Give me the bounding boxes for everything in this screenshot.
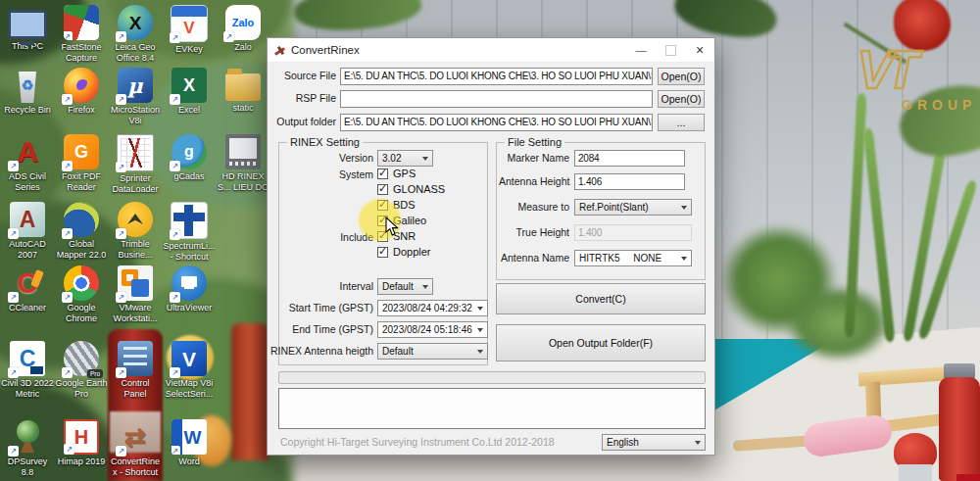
antenna-name-select[interactable]: HITRTK5 NONE [574,250,692,266]
global-mapper-icon: ↗ [64,202,99,237]
desktop-icon-gcadas[interactable]: g↗gCadas [163,134,216,182]
firefox-icon: ↗ [64,68,99,103]
desktop-icon-label: Sprinter DataLoader [109,173,162,195]
desktop-icon-leica[interactable]: X↗Leica Geo Office 8.4 [109,5,162,64]
desktop-icon-this-pc[interactable]: This PC [1,5,54,52]
shortcut-arrow-icon: ↗ [170,367,180,378]
desktop-icon-label: ConvertRinex - Shortcut [109,457,162,478]
desktop-icon-label: gCadas [163,171,216,182]
maximize-button[interactable] [656,38,685,62]
rinex-setting-title: RINEX Setting [287,136,363,148]
shortcut-arrow-icon: ↗ [116,292,126,303]
desktop-icon-label: VietMap V8i SelectSeri... [163,378,216,400]
maximize-icon [665,45,676,56]
gps-checkbox[interactable] [377,168,388,179]
desktop-icon-faststone[interactable]: ↗FastStone Capture [55,5,108,64]
desktop-icon-sprinter[interactable]: ↗Sprinter DataLoader [109,134,162,195]
desktop-icon-ccleaner[interactable]: C↗CCleaner [1,265,54,313]
dpsurvey-icon: ↗ [10,419,45,455]
control-panel-icon: ↗ [118,341,153,376]
desktop-icon-microstation[interactable]: µ↗MicroStation V8i (SELECT... [109,68,162,126]
computer-icon [8,10,47,39]
folder-icon [225,73,261,101]
version-select[interactable]: 3.02 [377,150,433,167]
desktop-icon-ultraviewer[interactable]: ↗UltraViewer [163,265,216,313]
desktop-icon-evkey[interactable]: V↗EVKey [163,5,216,55]
language-value: English [607,437,639,448]
end-time-select[interactable]: 2023/08/24 05:18:46 [377,321,488,338]
desktop-icon-convertrinex-sc[interactable]: ⇄↗ConvertRinex - Shortcut [109,419,162,478]
pro-badge: Pro [87,369,103,378]
desktop-icon-label: Leica Geo Office 8.4 [109,42,162,64]
rinex-antenna-height-label: RINEX Antenna heigth [270,343,373,359]
desktop-icon-globalmapper[interactable]: ↗Global Mapper 22.0 [55,202,108,261]
desktop-icon-civil3d[interactable]: C↗Civil 3D 2022 Metric [1,341,54,400]
desktop-icon-firefox[interactable]: ↗Firefox [55,68,108,116]
rinex-antenna-height-select[interactable]: Default [377,343,488,360]
desktop-icon-folder-static[interactable]: static [217,68,270,114]
desktop-icon-autocad[interactable]: A↗AutoCAD 2007 [1,202,54,261]
output-browse-button[interactable]: ... [658,114,705,131]
desktop-icon-googleearth[interactable]: Pro↗Google Earth Pro [55,341,108,400]
leica-geo-office-icon: X↗ [118,5,153,40]
minimize-button[interactable]: — [626,38,656,62]
close-button[interactable]: × [685,38,714,62]
rsp-file-input[interactable] [340,90,653,108]
desktop-icon-trimble[interactable]: ↗Trimble Busine... [109,202,162,261]
desktop-icon-word[interactable]: W↗Word [163,419,216,467]
output-folder-label: Output folder [271,114,336,129]
source-open-button[interactable]: Open(O) [658,68,705,85]
rsp-file-label: RSP File [271,90,336,106]
interval-select[interactable]: Default [377,278,433,295]
antenna-height-label: Antenna Height [499,173,569,189]
desktop-icon-ads-civil[interactable]: A↗ADS Civil Series [1,134,54,193]
desktop-icon-label: SpectrumLi... - Shortcut [163,241,216,263]
desktop-icon-controlpanel[interactable]: ↗Control Panel [109,341,162,400]
desktop-icon-label: UltraViewer [163,303,216,313]
shortcut-arrow-icon: ↗ [8,367,19,378]
doppler-checkbox[interactable] [377,247,388,258]
desktop-icon-dpsurvey[interactable]: ↗DPSurvey 8.8 [1,419,54,478]
desktop-icon-label: Google Chrome [55,303,108,324]
gcadas-icon: g↗ [172,134,207,169]
desktop-icon-label: HD RINEX S... LIEU DO TI... [217,171,270,193]
evkey-icon: V↗ [171,5,208,42]
shortcut-arrow-icon: ↗ [170,229,180,240]
dialog-title: ConvertRinex [291,44,360,56]
dialog-titlebar[interactable]: ConvertRinex — × [268,38,714,63]
shortcut-arrow-icon: ↗ [64,31,73,40]
measure-to-select[interactable]: Ref.Point(Slant) [574,199,692,216]
desktop-icon-foxit[interactable]: G↗Foxit PDF Reader [55,134,108,193]
rsp-open-button[interactable]: Open(O) [658,90,705,108]
shortcut-arrow-icon: ↗ [116,162,126,172]
himap-icon: H↗ [64,419,99,455]
convert-button[interactable]: Convert(C) [496,283,706,314]
desktop-icon-chrome[interactable]: ↗Google Chrome [55,265,108,324]
output-folder-input[interactable]: E:\5. DU AN THC\5. DO LUOI KHONG CHE\3. … [340,114,653,131]
desktop-icon-spectrumlink[interactable]: ↗SpectrumLi... - Shortcut [163,202,216,263]
google-earth-icon: Pro↗ [64,341,99,376]
shortcut-arrow-icon: ↗ [64,444,74,455]
language-select[interactable]: English [602,434,706,451]
open-output-folder-button[interactable]: Open Output Folder(F) [496,324,706,361]
interval-label: Interval [275,278,373,294]
desktop-icon-excel[interactable]: X↗Excel [163,68,216,116]
shortcut-arrow-icon: ↗ [62,367,73,378]
antenna-height-input[interactable]: 1.406 [574,173,685,190]
glonass-checkbox[interactable] [377,184,388,195]
desktop-icon-label: FastStone Capture [55,42,108,64]
desktop-icon-vmware[interactable]: ↗VMware Workstati... [109,265,162,324]
marker-name-input[interactable]: 2084 [574,150,685,167]
end-time-value: 2023/08/24 05:18:46 [382,324,472,335]
measure-to-value: Ref.Point(Slant) [579,202,649,213]
convertrinex-dialog: ConvertRinex — × Source File E:\5. DU AN… [267,37,715,456]
desktop-icon-hd-rinex[interactable]: HD RINEX S... LIEU DO TI... [217,134,270,193]
start-time-value: 2023/08/24 04:29:32 [382,303,472,313]
chevron-down-icon [681,257,687,261]
source-file-input[interactable]: E:\5. DU AN THC\5. DO LUOI KHONG CHE\3. … [340,68,653,85]
desktop-icon-recycle[interactable]: ♻Recycle Bin [1,68,54,116]
desktop-icon-vietmap[interactable]: V↗VietMap V8i SelectSeri... [163,341,216,400]
start-time-select[interactable]: 2023/08/24 04:29:32 [377,300,488,316]
desktop-icon-zalo[interactable]: Zalo↗Zalo [217,5,270,53]
desktop-icon-himap[interactable]: H↗Himap 2019 [55,419,108,467]
